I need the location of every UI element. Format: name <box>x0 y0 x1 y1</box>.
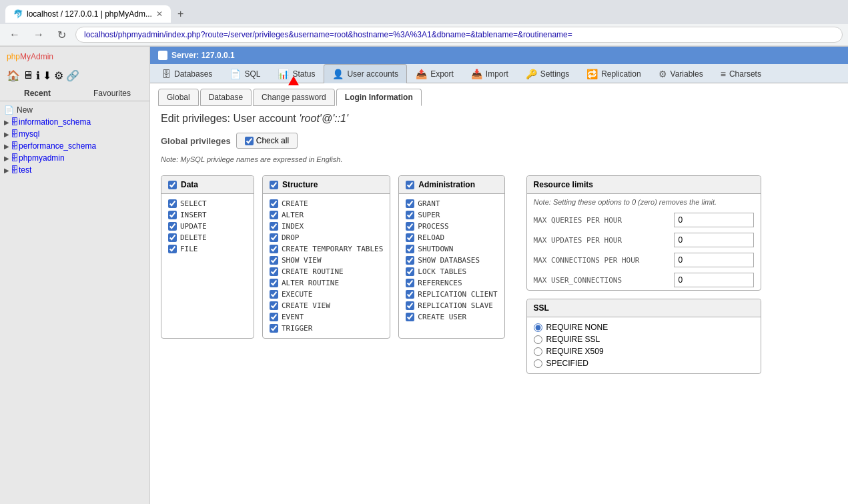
sub-tabs: Global Database Change password Login In… <box>150 83 848 106</box>
privileges-grid: Data SELECT INSERT UPDATE DELETE FILE St… <box>150 170 516 344</box>
sidebar-item-information-schema[interactable]: ▶ 🗄 information_schema <box>0 116 149 128</box>
ssl-require-none: REQUIRE NONE <box>534 321 754 333</box>
ssl-require-none-radio[interactable] <box>534 323 542 332</box>
priv-trigger: TRIGGER <box>270 323 383 334</box>
tab-import[interactable]: 📥 Import <box>462 64 517 83</box>
check-all-checkbox[interactable] <box>245 137 254 145</box>
max-user-connections-input[interactable] <box>674 273 754 287</box>
tab-user-accounts[interactable]: 👤 User accounts <box>324 64 407 83</box>
max-connections-input[interactable] <box>674 253 754 267</box>
panels-row: Data SELECT INSERT UPDATE DELETE FILE St… <box>150 170 848 379</box>
ssl-body: REQUIRE NONE REQUIRE SSL REQUIRE X509 <box>527 317 761 373</box>
db-icon-5: 🗄 <box>11 165 19 175</box>
check-all-button[interactable]: Check all <box>236 133 298 149</box>
sub-tab-login-information[interactable]: Login Information <box>336 89 422 106</box>
reload-button[interactable]: ↻ <box>53 27 70 43</box>
resource-limits-header: Resource limits <box>527 176 761 194</box>
priv-super: SUPER <box>406 209 497 221</box>
tab-settings[interactable]: 🔑 Settings <box>517 64 578 83</box>
expand-icon: ▶ <box>4 119 9 126</box>
tab-replication[interactable]: 🔁 Replication <box>578 64 649 83</box>
sub-tab-change-password[interactable]: Change password <box>253 89 335 106</box>
nav-tabs: 🗄 Databases 📄 SQL 📊 Status 👤 User accoun… <box>150 64 848 83</box>
priv-file: FILE <box>168 243 247 255</box>
active-tab: 🐬 localhost / 127.0.0.1 | phpMyAdm... ✕ <box>5 5 171 23</box>
sidebar-logo: phpMyAdmin <box>0 47 149 67</box>
admin-check-all[interactable] <box>406 181 414 189</box>
settings-icon[interactable]: ⚙ <box>54 69 63 82</box>
max-user-connections-label: MAX USER_CONNECTIONS <box>534 276 667 285</box>
expand-icon: ▶ <box>4 155 9 162</box>
data-privileges-box: Data SELECT INSERT UPDATE DELETE FILE <box>161 175 254 339</box>
priv-create-temp: CREATE TEMPORARY TABLES <box>270 243 383 255</box>
ssl-specified-radio[interactable] <box>534 359 542 368</box>
tab-close-button[interactable]: ✕ <box>156 9 163 19</box>
priv-delete: DELETE <box>168 232 247 243</box>
sidebar-item-phpmyadmin[interactable]: ▶ 🗄 phpmyadmin <box>0 152 149 164</box>
account-name: 'root'@'::1' <box>299 113 348 124</box>
ssl-require-x509-radio[interactable] <box>534 347 542 356</box>
forward-button[interactable]: → <box>29 27 48 42</box>
resource-row-user-connections: MAX USER_CONNECTIONS <box>527 270 761 290</box>
link-icon: 🔗 <box>66 69 79 82</box>
databases-icon: 🗄 <box>161 69 171 79</box>
url-input[interactable] <box>75 27 843 43</box>
sidebar-item-mysql[interactable]: ▶ 🗄 mysql <box>0 128 149 140</box>
sidebar-item-test[interactable]: ▶ 🗄 test <box>0 164 149 176</box>
priv-references: REFERENCES <box>406 277 497 289</box>
download-icon[interactable]: ⬇ <box>43 69 51 82</box>
sub-tab-global[interactable]: Global <box>158 89 199 106</box>
tab-charsets[interactable]: ≡ Charsets <box>712 64 770 83</box>
ssl-specified: SPECIFIED <box>534 357 754 369</box>
tab-databases[interactable]: 🗄 Databases <box>153 64 221 83</box>
info-icon[interactable]: ℹ <box>36 69 40 82</box>
priv-shutdown: SHUTDOWN <box>406 243 497 255</box>
priv-index: INDEX <box>270 221 383 232</box>
back-button[interactable]: ← <box>5 27 24 42</box>
admin-box-body: GRANT SUPER PROCESS RELOAD SHUTDOWN SHOW… <box>399 194 504 327</box>
resource-row-updates: MAX UPDATES PER HOUR <box>527 230 761 250</box>
recent-tab[interactable]: Recent <box>0 86 75 101</box>
arrow-indicator <box>288 76 299 85</box>
ssl-header: SSL <box>527 299 761 317</box>
structure-privileges-box: Structure CREATE ALTER INDEX DROP CREATE… <box>262 175 390 339</box>
export-icon: 📤 <box>416 69 427 79</box>
max-updates-input[interactable] <box>674 233 754 247</box>
structure-box-body: CREATE ALTER INDEX DROP CREATE TEMPORARY… <box>263 194 390 338</box>
expand-icon: ▶ <box>4 143 9 150</box>
admin-privileges-box: Administration GRANT SUPER PROCESS RELOA… <box>398 175 504 339</box>
sidebar-new-item[interactable]: 📄 New <box>0 104 149 116</box>
tab-export[interactable]: 📤 Export <box>407 64 462 83</box>
tab-favicon: 🐬 <box>13 9 23 19</box>
logo-php: php <box>7 52 20 61</box>
tab-variables[interactable]: ⚙ Variables <box>650 64 712 83</box>
priv-grant: GRANT <box>406 198 497 209</box>
import-icon: 📥 <box>471 69 482 79</box>
status-icon: 📊 <box>278 69 289 79</box>
priv-event: EVENT <box>270 311 383 323</box>
favourites-tab[interactable]: Favourites <box>75 86 149 101</box>
expand-icon: ▶ <box>4 131 9 138</box>
structure-box-header: Structure <box>263 176 390 194</box>
sidebar-item-performance-schema[interactable]: ▶ 🗄 performance_schema <box>0 140 149 152</box>
charsets-icon: ≡ <box>721 69 726 79</box>
sql-icon: 📄 <box>230 69 241 79</box>
ssl-require-ssl-radio[interactable] <box>534 335 542 344</box>
sidebar-icons: 🏠 🖥 ℹ ⬇ ⚙ 🔗 <box>0 67 149 86</box>
structure-check-all[interactable] <box>270 181 278 189</box>
priv-drop: DROP <box>270 232 383 243</box>
server-icon[interactable]: 🖥 <box>23 69 33 82</box>
tab-sql[interactable]: 📄 SQL <box>221 64 269 83</box>
admin-box-header: Administration <box>399 176 504 194</box>
priv-show-databases: SHOW DATABASES <box>406 255 497 266</box>
db-icon-1: 🗄 <box>11 117 19 127</box>
home-icon[interactable]: 🏠 <box>7 69 20 82</box>
priv-lock-tables: LOCK TABLES <box>406 266 497 277</box>
data-check-all[interactable] <box>168 181 177 189</box>
new-tab-button[interactable]: + <box>171 4 190 24</box>
right-panel: Resource limits Note: Setting these opti… <box>516 170 772 379</box>
priv-create-routine: CREATE ROUTINE <box>270 266 383 277</box>
resource-limits-note: Note: Setting these options to 0 (zero) … <box>527 194 761 210</box>
sub-tab-database[interactable]: Database <box>200 89 252 106</box>
max-queries-input[interactable] <box>674 213 754 227</box>
